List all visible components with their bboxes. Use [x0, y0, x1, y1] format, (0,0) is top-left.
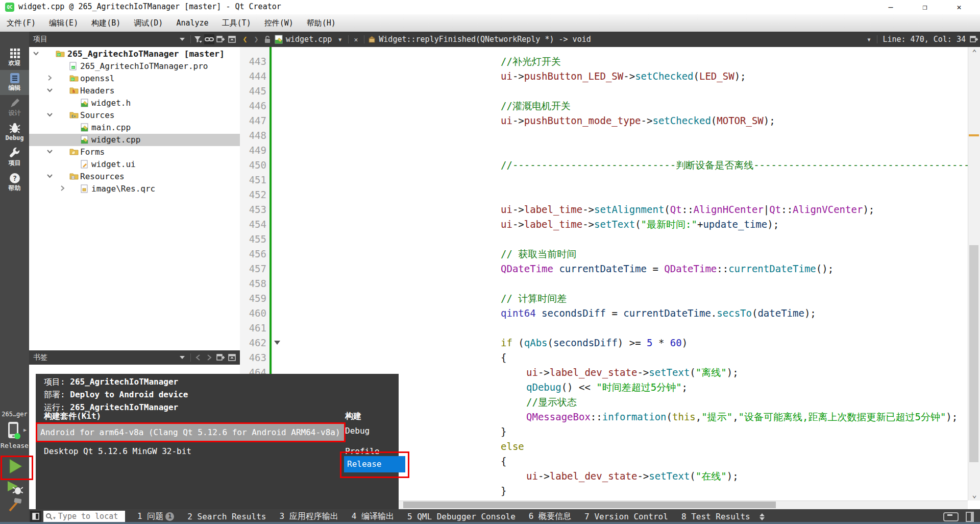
- search-dropdown-icon[interactable]: ▼: [53, 516, 56, 520]
- line-number[interactable]: 459: [249, 291, 266, 306]
- tree-item-widget.ui[interactable]: widget.ui: [29, 158, 240, 171]
- menu-帮助h[interactable]: 帮助(H): [300, 14, 342, 32]
- output-pane-3[interactable]: 3 应用程序输出: [279, 511, 338, 522]
- menu-构建b[interactable]: 构建(B): [85, 14, 127, 32]
- output-pane-5[interactable]: 5 QML Debugger Console: [407, 512, 516, 521]
- dropdown-icon[interactable]: [177, 34, 187, 44]
- chevron-down-icon[interactable]: ▼: [335, 34, 345, 44]
- output-pane-arrows-icon[interactable]: [760, 513, 765, 520]
- chevron-down-icon[interactable]: [47, 149, 53, 155]
- split-new-icon[interactable]: [969, 34, 979, 44]
- collapse-icon[interactable]: [227, 352, 237, 363]
- line-number[interactable]: 448: [249, 128, 266, 143]
- locator-input[interactable]: [57, 511, 119, 521]
- tree-item-forms[interactable]: Forms: [29, 146, 240, 158]
- chevron-right-icon[interactable]: [47, 75, 53, 81]
- tree-item-widget.cpp[interactable]: widget.cpp: [29, 134, 240, 146]
- output-pane-2[interactable]: 2 Search Results: [187, 512, 266, 521]
- scroll-up-icon[interactable]: ⌃: [968, 48, 980, 57]
- build-config-debug[interactable]: Debug: [345, 425, 370, 437]
- line-number[interactable]: 453: [249, 202, 266, 217]
- line-number[interactable]: 445: [249, 84, 266, 99]
- line-number[interactable]: 444: [249, 69, 266, 84]
- line-number[interactable]: 449: [249, 143, 266, 158]
- tree-item-resources[interactable]: Resources: [29, 171, 240, 183]
- close-document-icon[interactable]: ✕: [351, 34, 361, 44]
- forward-icon[interactable]: ❯: [251, 34, 261, 44]
- menu-analyze[interactable]: Analyze: [169, 14, 215, 32]
- chevron-down-icon[interactable]: [33, 51, 39, 57]
- line-number[interactable]: 455: [249, 232, 266, 247]
- line-number[interactable]: 447: [249, 113, 266, 128]
- locator-box[interactable]: ▼: [43, 511, 125, 522]
- line-number[interactable]: 462: [249, 336, 266, 350]
- output-pane-1[interactable]: 1 问题1: [137, 511, 174, 522]
- chevron-down-icon[interactable]: ▼: [864, 34, 874, 44]
- sidebar-toggle-icon[interactable]: [30, 511, 41, 522]
- forward-icon[interactable]: [204, 352, 214, 363]
- chevron-down-icon[interactable]: [47, 87, 53, 93]
- split-new-icon[interactable]: [215, 34, 226, 44]
- line-number[interactable]: 452: [249, 187, 266, 202]
- tree-item-265-agritechiotmanager.pro[interactable]: Qt265_AgritechIoTManager.pro: [29, 60, 240, 73]
- menu-控件w[interactable]: 控件(W): [258, 14, 300, 32]
- link-editor-icon[interactable]: [204, 34, 214, 44]
- line-number[interactable]: 446: [249, 99, 266, 113]
- split-new-icon[interactable]: [215, 352, 226, 363]
- line-number[interactable]: 450: [249, 158, 266, 173]
- horizontal-scrollbar-thumb[interactable]: [403, 502, 776, 508]
- tree-item-main.cpp[interactable]: main.cpp: [29, 122, 240, 134]
- debug-run-icon[interactable]: [6, 480, 23, 495]
- android-device-icon[interactable]: ▶: [6, 421, 21, 440]
- collapse-icon[interactable]: [227, 34, 237, 44]
- line-number[interactable]: 451: [249, 173, 266, 187]
- tree-item-image-res.qrc[interactable]: image\Res.qrc: [29, 183, 240, 195]
- tree-item-sources[interactable]: C+Sources: [29, 109, 240, 122]
- kit-option-android[interactable]: Android for arm64-v8a (Clang Qt 5.12.6 f…: [36, 422, 346, 442]
- line-number[interactable]: 461: [249, 321, 266, 336]
- fold-marker-icon[interactable]: [274, 341, 280, 345]
- output-pane-4[interactable]: 4 编译输出: [352, 511, 394, 522]
- maximize-button[interactable]: ❐: [908, 0, 942, 14]
- right-panel-icon[interactable]: [966, 512, 974, 522]
- hammer-icon[interactable]: [6, 496, 23, 514]
- back-icon[interactable]: [193, 352, 203, 363]
- menu-调试d[interactable]: 调试(D): [127, 14, 169, 32]
- mode-项目[interactable]: 项目: [0, 145, 29, 170]
- open-file-name[interactable]: widget.cpp: [286, 35, 332, 44]
- tree-item-widget.h[interactable]: widget.h: [29, 97, 240, 109]
- mode-debug[interactable]: Debug: [0, 120, 29, 145]
- minimize-button[interactable]: —: [874, 0, 908, 14]
- line-number[interactable]: 454: [249, 217, 266, 232]
- current-symbol[interactable]: Widget::replyFinished(QNetworkReply *) -…: [379, 35, 591, 44]
- output-pane-6[interactable]: 6 概要信息: [529, 511, 571, 522]
- vertical-scrollbar-thumb[interactable]: [969, 245, 978, 462]
- line-number[interactable]: 463: [249, 350, 266, 365]
- close-button[interactable]: ✕: [942, 0, 976, 14]
- chevron-right-icon[interactable]: [60, 185, 66, 192]
- kit-option-desktop[interactable]: Desktop Qt 5.12.6 MinGW 32-bit: [44, 445, 191, 458]
- tree-item-openssl[interactable]: Qtopenssl: [29, 73, 240, 85]
- build-config-release[interactable]: Release: [344, 456, 405, 472]
- output-pane-8[interactable]: 8 Test Results: [681, 512, 750, 521]
- line-number[interactable]: 443: [249, 54, 266, 69]
- mode-欢迎[interactable]: 欢迎: [0, 45, 29, 70]
- line-number[interactable]: 458: [249, 276, 266, 291]
- menu-文件f[interactable]: 文件(F): [0, 14, 42, 32]
- dropdown-icon[interactable]: [177, 352, 187, 363]
- output-pane-7[interactable]: 7 Version Control: [584, 512, 668, 521]
- menu-工具t[interactable]: 工具(T): [215, 14, 258, 32]
- mode-帮助[interactable]: ?帮助: [0, 170, 29, 195]
- back-icon[interactable]: ❮: [240, 34, 250, 44]
- menu-编辑e[interactable]: 编辑(E): [42, 14, 85, 32]
- line-number[interactable]: 456: [249, 247, 266, 261]
- tree-item-265-agritechiotmanager-master-[interactable]: Qt265_AgritechIoTManager [master]: [29, 48, 240, 60]
- chevron-down-icon[interactable]: [47, 173, 53, 179]
- chevron-down-icon[interactable]: [47, 112, 53, 118]
- line-number[interactable]: 457: [249, 261, 266, 276]
- filter-icon[interactable]: [193, 34, 203, 44]
- scroll-down-icon[interactable]: ⌄: [968, 490, 980, 499]
- tree-item-headers[interactable]: hHeaders: [29, 85, 240, 97]
- mode-编辑[interactable]: 编辑: [0, 70, 29, 95]
- line-number[interactable]: 460: [249, 306, 266, 321]
